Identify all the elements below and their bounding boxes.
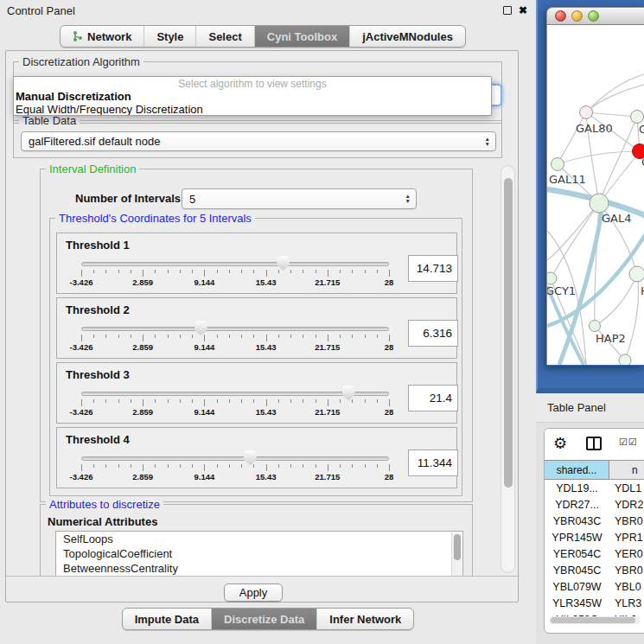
threshold-box: Threshold 1 -3.4262.8599.14415.4321.7152… bbox=[56, 233, 457, 294]
table-row[interactable]: YDL19... YDL1 bbox=[545, 480, 644, 496]
table-data-combobox[interactable]: galFiltered.sif default node ▲▼ bbox=[21, 131, 496, 151]
network-node[interactable] bbox=[547, 272, 557, 284]
network-node-label: GAL11 bbox=[549, 173, 586, 186]
slider-track[interactable] bbox=[81, 456, 389, 461]
top-tab-group: Network Style Select Cyni Toolbox bbox=[60, 25, 466, 48]
table-rows: YDL19... YDL1 YDR27... YDR2 YBR043C YBR0… bbox=[545, 480, 644, 628]
table-horizontal-scrollbar[interactable] bbox=[549, 616, 641, 624]
table-data-group: Table Data galFiltered.sif default node … bbox=[13, 120, 502, 158]
algorithm-placeholder: Select algorithm to view settings bbox=[14, 78, 491, 90]
threshold-value-field[interactable]: 6.316 bbox=[408, 320, 458, 347]
threshold-value-field[interactable]: 11.344 bbox=[408, 450, 458, 476]
top-tab[interactable]: Style bbox=[144, 26, 196, 47]
threshold-value-field[interactable]: 14.713 bbox=[408, 255, 458, 282]
table-data-title: Table Data bbox=[19, 114, 80, 127]
top-tab[interactable]: Network bbox=[61, 26, 144, 47]
cell-shared-name: YPR145W bbox=[545, 529, 609, 545]
attribute-list-item[interactable]: TopologicalCoefficient bbox=[56, 546, 462, 561]
zoom-traffic-light-icon[interactable] bbox=[588, 10, 599, 22]
network-view-region: GAL80GCGAL11GAL4GCY1HHAP2 bbox=[536, 0, 644, 393]
slider-track[interactable] bbox=[81, 262, 389, 266]
network-node[interactable] bbox=[631, 111, 644, 124]
num-intervals-value: 5 bbox=[189, 193, 195, 206]
network-window: GAL80GCGAL11GAL4GCY1HHAP2 bbox=[546, 7, 644, 366]
table-row[interactable]: YDR27... YDR2 bbox=[545, 496, 644, 513]
slider-ticks bbox=[81, 464, 389, 472]
threshold-slider: -3.4262.8599.14415.4321.71528 bbox=[81, 298, 389, 360]
column-header-shared-name[interactable]: shared... bbox=[545, 460, 609, 480]
table-row[interactable]: YER054C YER0 bbox=[545, 545, 644, 562]
attribute-list-item[interactable]: BetweennessCentrality bbox=[56, 561, 462, 576]
top-tab[interactable]: Cyni Toolbox bbox=[255, 26, 350, 47]
network-node[interactable] bbox=[552, 158, 564, 171]
algorithm-options: Manual Discretization Equal Width/Freque… bbox=[14, 90, 491, 116]
table-panel-titlebar: Table Panel bbox=[536, 393, 644, 423]
slider-thumb[interactable] bbox=[277, 256, 290, 271]
discretization-algorithm-title: Discretization Algorithm bbox=[19, 55, 143, 68]
top-tab[interactable]: Select bbox=[196, 26, 254, 47]
network-canvas[interactable]: GAL80GCGAL11GAL4GCY1HHAP2 bbox=[546, 25, 644, 365]
bottom-tab[interactable]: Discretize Data bbox=[212, 609, 317, 629]
split-column-icon[interactable] bbox=[586, 437, 602, 450]
panel-vertical-scrollbar[interactable] bbox=[501, 165, 515, 573]
slider-thumb[interactable] bbox=[194, 321, 207, 335]
table-row[interactable]: YLR345W YLR3 bbox=[545, 595, 644, 611]
threshold-value-field[interactable]: 21.4 bbox=[408, 385, 458, 411]
table-data-value: galFiltered.sif default node bbox=[29, 135, 160, 148]
slider-track[interactable] bbox=[81, 327, 389, 331]
network-node[interactable] bbox=[629, 266, 644, 282]
algorithm-option[interactable]: Equal Width/Frequency Discretization bbox=[14, 103, 491, 116]
table-row[interactable]: YBL079W YBL0 bbox=[545, 578, 644, 595]
slider-tick-labels: -3.4262.8599.14415.4321.71528 bbox=[81, 472, 389, 482]
table-row[interactable]: YBR043C YBR0 bbox=[545, 513, 644, 529]
close-traffic-light-icon[interactable] bbox=[555, 10, 566, 22]
attribute-list-item[interactable]: SelfLoops bbox=[56, 532, 462, 546]
bottom-tab[interactable]: Impute Data bbox=[123, 609, 212, 629]
slider-thumb[interactable] bbox=[342, 386, 355, 400]
slider-tick-labels: -3.4262.8599.14415.4321.71528 bbox=[81, 342, 389, 353]
network-node[interactable] bbox=[590, 321, 601, 332]
control-panel-window: Control Panel ✖ Network Style S bbox=[0, 0, 536, 644]
cell-shared-name: YBR043C bbox=[545, 513, 609, 529]
slider-ticks bbox=[81, 399, 389, 407]
top-tab[interactable]: jActiveMNodules bbox=[350, 26, 465, 47]
cell-name: YDR2 bbox=[609, 496, 644, 513]
bottom-tab-group: Impute Data Discretize Data Infer Networ… bbox=[122, 608, 415, 630]
cell-name: YPR1 bbox=[609, 529, 644, 545]
top-tab-label: Network bbox=[87, 30, 131, 43]
checkbox-icons[interactable]: ☑☑ bbox=[619, 437, 638, 448]
cyni-toolbox-panel: Discretization Algorithm Select algorith… bbox=[5, 50, 519, 603]
bottom-tab-label: Impute Data bbox=[135, 613, 199, 626]
minimize-traffic-light-icon[interactable] bbox=[571, 10, 583, 22]
bottom-tabbar: Impute Data Discretize Data Infer Networ… bbox=[0, 608, 536, 630]
network-node[interactable] bbox=[590, 194, 609, 213]
network-node-label: H bbox=[641, 284, 644, 297]
attributes-group-title: Attributes to discretize bbox=[46, 498, 163, 511]
threshold-box: Threshold 3 -3.4262.8599.14415.4321.7152… bbox=[56, 362, 457, 424]
table-row[interactable]: YPR145W YPR1 bbox=[545, 529, 644, 545]
top-tab-label: jActiveMNodules bbox=[362, 30, 453, 43]
attributes-list-scrollbar[interactable] bbox=[451, 532, 462, 577]
cell-name: YDL1 bbox=[609, 480, 644, 496]
close-icon[interactable]: ✖ bbox=[519, 5, 527, 16]
table-panel-title: Table Panel bbox=[547, 401, 606, 414]
algorithm-option[interactable]: Manual Discretization bbox=[14, 90, 491, 103]
network-window-titlebar bbox=[546, 7, 644, 25]
num-intervals-combobox[interactable]: 5 ▲▼ bbox=[182, 188, 417, 209]
slider-tick-labels: -3.4262.8599.14415.4321.71528 bbox=[81, 277, 389, 288]
float-window-icon[interactable] bbox=[503, 6, 512, 15]
bottom-tab[interactable]: Infer Network bbox=[317, 609, 413, 629]
threshold-slider: -3.4262.8599.14415.4321.71528 bbox=[81, 363, 389, 424]
network-node[interactable] bbox=[580, 106, 593, 119]
slider-thumb[interactable] bbox=[244, 450, 257, 465]
apply-button[interactable]: Apply bbox=[224, 583, 283, 602]
spinner-arrows-icon: ▲▼ bbox=[485, 137, 490, 147]
cell-shared-name: YBL079W bbox=[545, 578, 609, 595]
network-node[interactable] bbox=[619, 354, 631, 365]
gear-icon[interactable]: ⚙ bbox=[553, 435, 567, 452]
settings-scroll-viewport: Interval Definition Number of Intervals … bbox=[6, 162, 520, 577]
threshold-box: Threshold 2 -3.4262.8599.14415.4321.7152… bbox=[56, 297, 457, 359]
table-row[interactable]: YBR045C YBR0 bbox=[545, 562, 644, 578]
cell-name: YBL0 bbox=[609, 578, 644, 595]
column-header-name[interactable]: n bbox=[609, 460, 644, 480]
